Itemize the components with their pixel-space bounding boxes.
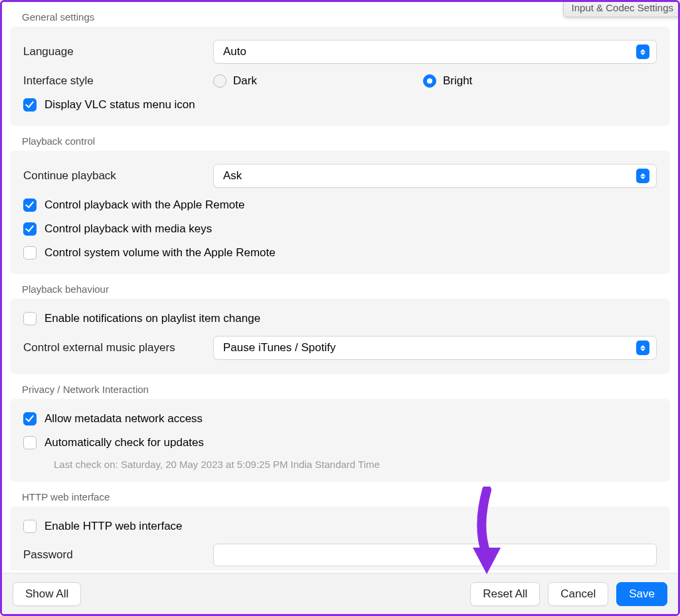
external-players-select[interactable]: Pause iTunes / Spotify <box>213 336 657 360</box>
language-select[interactable]: Auto <box>213 40 657 64</box>
checkbox-icon <box>23 412 37 425</box>
checkbox-icon <box>23 520 37 533</box>
checkbox-metadata-label: Allow metadata network access <box>44 412 203 425</box>
chevron-updown-icon <box>636 169 649 183</box>
checkbox-http[interactable]: Enable HTTP web interface <box>23 520 183 533</box>
radio-bright[interactable]: Bright <box>423 74 472 88</box>
password-label: Password <box>23 548 213 562</box>
section-title-playback-behaviour: Playback behaviour <box>10 278 670 299</box>
checkbox-http-label: Enable HTTP web interface <box>44 520 183 533</box>
radio-dark-label: Dark <box>233 74 257 88</box>
radio-dot-icon <box>423 74 436 88</box>
section-playback-control: Continue playback Ask Control playback w… <box>10 151 670 274</box>
save-button[interactable]: Save <box>616 582 667 606</box>
continue-playback-value: Ask <box>223 169 636 183</box>
checkbox-updates-label: Automatically check for updates <box>44 436 204 449</box>
checkbox-icon <box>23 312 37 325</box>
checkbox-icon <box>23 246 37 260</box>
checkbox-icon <box>23 222 37 236</box>
checkbox-updates[interactable]: Automatically check for updates <box>23 436 204 449</box>
checkbox-media-keys-label: Control playback with media keys <box>44 222 212 236</box>
chevron-updown-icon <box>636 44 649 59</box>
checkbox-status-menu[interactable]: Display VLC status menu icon <box>23 98 195 112</box>
continue-playback-select[interactable]: Ask <box>213 164 657 188</box>
checkbox-apple-remote-label: Control playback with the Apple Remote <box>44 198 244 212</box>
show-all-button[interactable]: Show All <box>13 582 81 606</box>
cancel-button[interactable]: Cancel <box>548 582 608 606</box>
checkbox-icon <box>23 436 37 449</box>
language-value: Auto <box>223 45 636 58</box>
radio-bright-label: Bright <box>443 74 472 88</box>
checkbox-system-volume[interactable]: Control system volume with the Apple Rem… <box>23 246 276 260</box>
checkbox-icon <box>23 198 37 212</box>
interface-style-radios: Dark Bright <box>213 74 657 88</box>
checkbox-metadata[interactable]: Allow metadata network access <box>23 412 203 425</box>
section-title-general: General settings <box>10 6 670 27</box>
checkbox-notifications[interactable]: Enable notifications on playlist item ch… <box>23 312 260 325</box>
interface-style-label: Interface style <box>23 74 213 88</box>
checkbox-icon <box>23 98 37 112</box>
chevron-updown-icon <box>636 341 649 355</box>
section-http: Enable HTTP web interface Password <box>10 506 670 570</box>
footer-bar: Show All Reset All Cancel Save <box>2 573 678 614</box>
external-players-label: Control external music players <box>23 341 213 354</box>
continue-playback-label: Continue playback <box>23 169 213 183</box>
checkbox-apple-remote[interactable]: Control playback with the Apple Remote <box>23 198 244 212</box>
section-general: Language Auto Interface style Dark Brigh… <box>10 27 670 126</box>
last-check-text: Last check on: Saturday, 20 May 2023 at … <box>23 455 657 473</box>
reset-all-button[interactable]: Reset All <box>470 582 540 606</box>
password-input[interactable] <box>213 544 657 566</box>
section-title-http: HTTP web interface <box>10 486 670 506</box>
checkbox-status-menu-label: Display VLC status menu icon <box>44 98 195 112</box>
checkbox-media-keys[interactable]: Control playback with media keys <box>23 222 212 236</box>
checkbox-system-volume-label: Control system volume with the Apple Rem… <box>44 246 276 260</box>
checkbox-notifications-label: Enable notifications on playlist item ch… <box>44 312 260 325</box>
section-playback-behaviour: Enable notifications on playlist item ch… <box>10 299 670 374</box>
external-players-value: Pause iTunes / Spotify <box>223 341 636 354</box>
section-title-privacy: Privacy / Network Interaction <box>10 378 670 399</box>
language-label: Language <box>23 45 213 58</box>
radio-dot-icon <box>213 74 226 88</box>
radio-dark[interactable]: Dark <box>213 74 257 88</box>
settings-content: General settings Language Auto Interface… <box>10 6 670 570</box>
section-privacy: Allow metadata network access Automatica… <box>10 399 670 482</box>
section-title-playback-control: Playback control <box>10 130 670 151</box>
